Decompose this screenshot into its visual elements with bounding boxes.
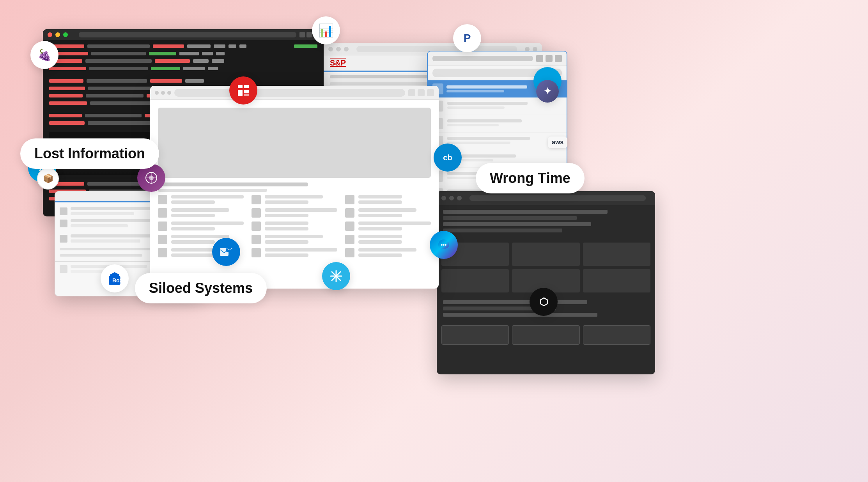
center-header: [150, 86, 439, 100]
pipedrive-icon: P: [453, 24, 481, 52]
siloed-systems-label: Siloed Systems: [149, 280, 253, 296]
svg-point-16: [443, 244, 445, 246]
teams-icon: ✦: [536, 80, 559, 103]
aws-icon: aws: [548, 136, 567, 148]
center-content: [150, 195, 439, 257]
lost-information-label: Lost Information: [34, 145, 145, 161]
svg-point-15: [441, 244, 443, 246]
svg-rect-3: [238, 90, 243, 96]
brex-label: ⬡: [539, 296, 548, 308]
lost-information-pill: Lost Information: [20, 138, 159, 169]
power-bi-icon: 📊: [312, 16, 340, 44]
close-dot: [48, 32, 52, 37]
svg-rect-2: [244, 85, 249, 88]
crunchbase-icon: cb: [434, 144, 462, 172]
max-dot: [63, 32, 68, 37]
svg-rect-5: [244, 94, 249, 96]
svg-text:Box: Box: [112, 277, 122, 284]
center-hero-image: [158, 108, 431, 178]
outlook-icon: [212, 238, 240, 266]
svg-point-14: [335, 275, 337, 277]
ms-grapes-icon: 🍇: [30, 41, 58, 69]
news-icon: [229, 76, 257, 105]
svg-rect-9: [226, 246, 232, 252]
svg-point-17: [445, 244, 446, 246]
wrong-time-label: Wrong Time: [490, 170, 570, 186]
svg-rect-4: [244, 90, 249, 93]
right-dark-card: [437, 191, 655, 374]
copilot-icon: [430, 231, 458, 259]
min-dot: [55, 32, 60, 37]
storage-icon: 📦: [37, 168, 59, 190]
rlist-header: [428, 51, 567, 66]
brex-icon: ⬡: [530, 288, 558, 316]
siloed-systems-pill: Siloed Systems: [135, 273, 267, 303]
box-icon: Box: [101, 264, 129, 292]
scene: S&P: [0, 0, 868, 482]
svg-rect-1: [238, 85, 243, 88]
wrong-time-pill: Wrong Time: [476, 163, 585, 193]
snowflake-icon: [322, 262, 350, 290]
center-card: [150, 86, 439, 289]
